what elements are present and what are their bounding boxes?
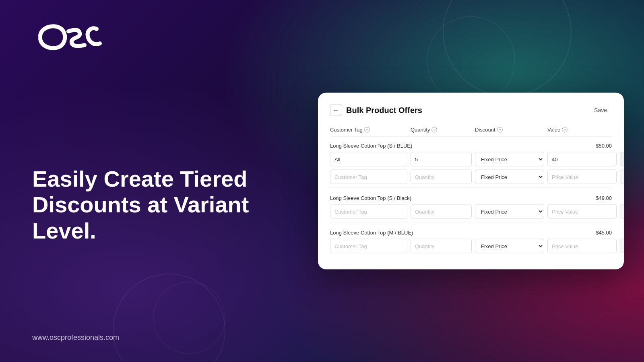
discount-select-1-0[interactable]: Fixed PricePercentageFlat Discount <box>475 204 544 219</box>
card-header: ← Bulk Product Offers Save <box>330 104 612 116</box>
variant-header-2: Long Sleeve Cotton Top (M / BLUE)$45.00 <box>330 227 612 239</box>
variant-section-0: Long Sleeve Cotton Top (S / BLUE)$50.00F… <box>330 140 612 188</box>
variant-header-1: Long Sleeve Cotton Top (S / Black)$49.00 <box>330 193 612 204</box>
variant-section-1: Long Sleeve Cotton Top (S / Black)$49.00… <box>330 193 612 222</box>
card-container: ← Bulk Product Offers Save Customer Tag … <box>318 93 624 269</box>
col-header-status: Status <box>620 127 624 133</box>
variant-name-0: Long Sleeve Cotton Top (S / BLUE) <box>330 143 412 149</box>
price-value-input-1-0[interactable] <box>547 204 617 219</box>
price-value-input-0-1[interactable] <box>547 170 617 184</box>
add-button-1-0[interactable]: Add <box>620 204 624 219</box>
table-header: Customer Tag ? Quantity ? Discount ? Val… <box>330 124 612 137</box>
variant-section-2: Long Sleeve Cotton Top (M / BLUE)$45.00F… <box>330 227 612 253</box>
quantity-info-icon: ? <box>431 127 437 132</box>
customer-tag-info-icon: ? <box>364 127 370 132</box>
input-row-2-0: Fixed PricePercentageFlat DiscountAdd <box>330 239 612 253</box>
input-row-1-0: Fixed PricePercentageFlat DiscountAdd <box>330 204 612 219</box>
bulk-offers-card: ← Bulk Product Offers Save Customer Tag … <box>318 93 624 269</box>
divider-0 <box>330 187 612 188</box>
price-value-input-2-0[interactable] <box>547 239 617 253</box>
input-row-0-0: Fixed PricePercentageFlat DiscountDisabl… <box>330 152 612 167</box>
col-header-quantity: Quantity ? <box>411 127 475 133</box>
card-title: Bulk Product Offers <box>346 105 422 115</box>
logo <box>32 20 266 52</box>
col-header-customer-tag: Customer Tag ? <box>330 127 411 133</box>
value-info-icon: ? <box>562 127 568 132</box>
customer-tag-input-1-0[interactable] <box>330 204 407 219</box>
discount-select-0-0[interactable]: Fixed PricePercentageFlat Discount <box>475 152 544 167</box>
variant-price-0: $50.00 <box>596 143 612 149</box>
customer-tag-input-2-0[interactable] <box>330 239 407 253</box>
card-header-left: ← Bulk Product Offers <box>330 104 422 116</box>
variant-header-0: Long Sleeve Cotton Top (S / BLUE)$50.00 <box>330 140 612 152</box>
add-button-2-0[interactable]: Add <box>620 239 624 253</box>
logo-svg <box>32 20 113 52</box>
quantity-input-0-0[interactable] <box>411 152 472 167</box>
divider-1 <box>330 222 612 222</box>
quantity-input-2-0[interactable] <box>411 239 472 253</box>
customer-tag-input-0-1[interactable] <box>330 170 407 184</box>
save-button[interactable]: Save <box>589 105 612 116</box>
variant-name-1: Long Sleeve Cotton Top (S / Black) <box>330 195 411 201</box>
variant-name-2: Long Sleeve Cotton Top (M / BLUE) <box>330 230 413 236</box>
website-url: www.oscprofessionals.com <box>32 333 266 342</box>
discount-select-0-1[interactable]: Fixed PricePercentageFlat Discount <box>475 170 544 184</box>
discount-info-icon: ? <box>497 127 503 132</box>
add-button-0-1[interactable]: Add <box>620 170 624 184</box>
variant-price-2: $45.00 <box>596 230 612 236</box>
headline-container: Easily Create Tiered Discounts at Varian… <box>32 52 266 333</box>
col-header-value: Value ? <box>547 127 620 133</box>
quantity-input-0-1[interactable] <box>411 170 472 184</box>
quantity-input-1-0[interactable] <box>411 204 472 219</box>
headline: Easily Create Tiered Discounts at Varian… <box>32 166 266 244</box>
left-panel: Easily Create Tiered Discounts at Varian… <box>32 0 266 362</box>
price-value-input-0-0[interactable] <box>547 152 617 167</box>
variants-container: Long Sleeve Cotton Top (S / BLUE)$50.00F… <box>330 140 612 253</box>
input-row-0-1: Fixed PricePercentageFlat DiscountAdd <box>330 170 612 184</box>
circle-decoration-2 <box>427 16 515 105</box>
discount-select-2-0[interactable]: Fixed PricePercentageFlat Discount <box>475 239 544 253</box>
customer-tag-input-0-0[interactable] <box>330 152 407 167</box>
col-header-discount: Discount ? <box>475 127 547 133</box>
disable-button-0-0[interactable]: Disable <box>620 152 624 167</box>
back-button[interactable]: ← <box>330 104 342 116</box>
variant-price-1: $49.00 <box>596 195 612 201</box>
